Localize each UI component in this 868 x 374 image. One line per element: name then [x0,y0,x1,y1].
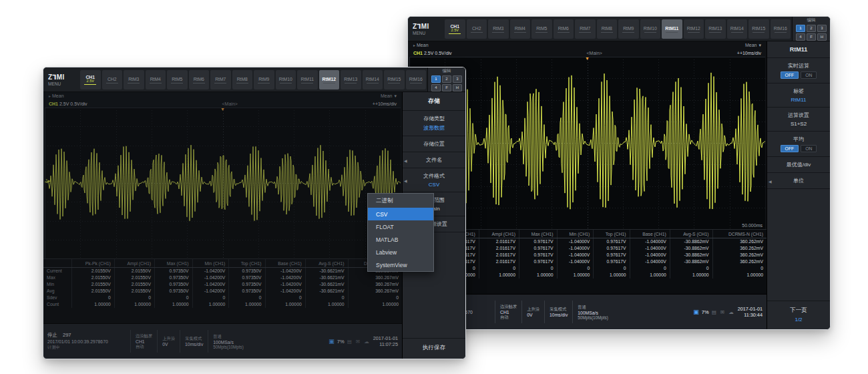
tab-ch1[interactable]: CH12.5V [80,70,101,89]
acquisition-timestamp: 2017/01/01 10:00:39.2978670 [47,339,126,344]
cell-value: -1.04200V [265,274,305,281]
tab-rtm12[interactable]: RtM12 [684,19,704,39]
tab-rtm13[interactable]: RtM13 [705,19,726,39]
toggle-option-off[interactable]: OFF [781,71,799,79]
tab-rtm14[interactable]: RtM14 [363,70,383,89]
edit-button-1[interactable]: 1 [796,25,805,32]
group-extra: 50Mpts(10Mpts) [578,315,608,320]
tab-rtm10[interactable]: RtM10 [276,70,296,89]
toggle-option-on[interactable]: ON [801,145,817,152]
edit-button-3[interactable]: 3 [817,25,827,32]
edit-button-1[interactable]: 1 [431,75,441,83]
disk-usage: 7% [337,339,345,345]
edit-panel-title: 编辑 [443,68,451,74]
menu-button[interactable]: MENU [413,31,443,35]
edit-button-2[interactable]: 2 [442,75,451,83]
sidebar-item-label[interactable]: 标签RtM11 [767,83,830,108]
edit-button-4[interactable]: 4 [431,84,441,91]
edit-button-h[interactable]: H [817,33,827,41]
measurement-table: Pk-Pk (CH1)Ampl (CH1)Max (CH1)Min (CH1)T… [43,259,402,308]
tab-rtm9[interactable]: RtM9 [254,70,274,89]
sidebar-item-optimal-value-div[interactable]: 最优值/div [767,157,830,173]
popup-item-labview[interactable]: Labview [368,246,433,258]
edit-button-2[interactable]: 2 [807,25,816,32]
tab-rtm6[interactable]: RtM6 [554,19,574,39]
cell-value: 2.01550V [72,274,115,281]
tab-rtm12[interactable]: RtM12 [319,70,340,89]
edit-button-h[interactable]: H [453,84,462,91]
edit-panel: 编辑 1234FH [792,17,830,41]
sidebar-item-storage-type[interactable]: 存储类型波形数据 [403,111,465,136]
sidebar-item-file-format[interactable]: ◀文件格式CSV [403,168,465,192]
sidebar-item-math-settings[interactable]: 运算设置S1+S2 [767,108,830,132]
tab-rtm4[interactable]: RtM4 [146,70,166,89]
popup-item-float[interactable]: FLOAT [368,220,433,233]
execute-save-button[interactable]: 执行保存 [403,338,465,359]
cell-value: 2.01617V [479,258,519,265]
tab-rtm16[interactable]: RtM16 [406,70,427,89]
tab-rtm9[interactable]: RtM9 [618,19,639,39]
stat-mode-select[interactable]: Mean▾ [381,94,397,99]
menu-button[interactable]: MENU [48,81,79,86]
tab-rtm10[interactable]: RtM10 [640,19,661,39]
sidebar-item-unit[interactable]: ◀单位 [767,173,830,189]
next-page-button[interactable]: 下一页1/2 [767,301,830,329]
tab-underline-icon [731,32,743,33]
tab-rtm8[interactable]: RtM8 [597,19,618,39]
system-icons: ▤ ✉ ☁ [347,339,371,345]
tab-rtm7[interactable]: RtM7 [575,19,596,39]
toggle-option-on[interactable]: ON [801,71,817,79]
tab-rtm4[interactable]: RtM4 [510,19,531,39]
tab-ch2[interactable]: CH2 [467,19,487,39]
sidebar-item-label: 文件名 [407,156,461,164]
edit-button-4[interactable]: 4 [796,33,805,41]
tab-rtm7[interactable]: RtM7 [210,70,231,89]
sidebar-item-storage-location[interactable]: 存储位置 [403,136,465,152]
tab-rtm5[interactable]: RtM5 [531,19,552,39]
tab-label: CH2 [472,26,481,31]
popup-item-matlab[interactable]: MATLAB [368,233,433,246]
edit-button-3[interactable]: 3 [453,75,462,83]
time-marker: 50.000ms [742,223,763,228]
tab-rtm11[interactable]: RtM11 [662,19,682,39]
tab-rtm6[interactable]: RtM6 [189,70,210,89]
measurement-table-wrap: Pk-Pk (CH1)Ampl (CH1)Max (CH1)Min (CH1)T… [43,258,402,323]
sidebar-item-value: S1+S2 [771,121,826,127]
tab-rtm11[interactable]: RtM11 [297,70,318,89]
popup-item-csv[interactable]: CSV [368,208,433,220]
popup-item-systemview[interactable]: SystemView [368,258,433,271]
stat-mode-select[interactable]: Mean▾ [745,43,761,48]
sidebar-item-file-name[interactable]: ◀文件名 [403,152,465,168]
tab-rtm8[interactable]: RtM8 [232,70,253,89]
cell-value: 360.262mV [712,245,767,252]
group-value: 100MSa/s [213,340,244,345]
edit-button-f[interactable]: F [807,33,816,41]
edit-button-f[interactable]: F [442,84,451,91]
tab-rtm15[interactable]: RtM15 [748,19,769,39]
trigger-position-icon[interactable]: ▼ [220,107,225,112]
tab-ch1[interactable]: CH12.5V [445,19,465,39]
tab-rtm14[interactable]: RtM14 [727,19,748,39]
trigger-position-icon[interactable]: ▼ [585,56,590,61]
tab-rtm3[interactable]: RtM3 [488,19,509,39]
tab-rtm15[interactable]: RtM15 [384,70,405,89]
group-label: 边沿触发 [500,304,517,310]
tab-ch2[interactable]: CH2 [102,70,123,89]
sidebar-item-realtime-math[interactable]: 实时运算OFFON [767,58,830,83]
cell-value: 1.00000 [712,272,767,278]
tab-rtm3[interactable]: RtM3 [124,70,144,89]
tab-rtm16[interactable]: RtM16 [771,19,791,39]
date-label: 2017-01-01 [738,306,763,312]
tab-label: RtM15 [752,26,765,31]
toggle-average: OFFON [771,145,826,152]
cell-value: 1.00000 [154,301,192,308]
desktop-canvas: Z⅂MI MENU CH12.5VCH2RtM3RtM4RtM5RtM6RtM7… [0,0,868,374]
tab-label: RtM10 [279,77,292,81]
cell-value: 360.267mV [348,288,402,295]
sidebar-item-average[interactable]: 平均OFFON [767,132,830,157]
popup-item-二进制[interactable]: 二进制 [368,194,433,208]
tab-rtm13[interactable]: RtM13 [341,70,361,89]
toggle-option-off[interactable]: OFF [781,145,799,152]
tab-rtm5[interactable]: RtM5 [167,70,188,89]
chevron-left-icon: ◀ [769,178,772,183]
